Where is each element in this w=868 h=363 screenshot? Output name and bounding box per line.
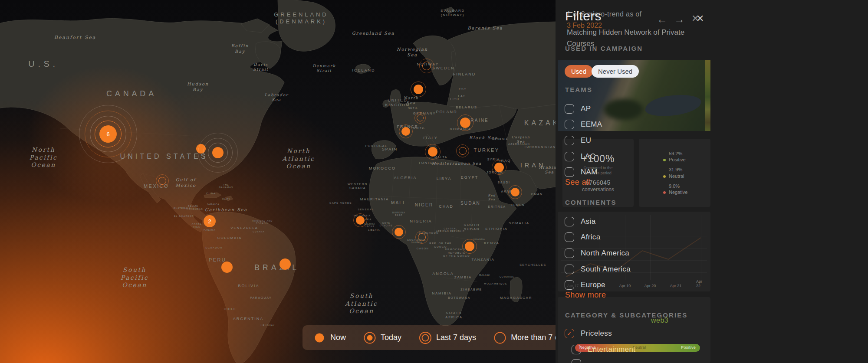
- marker-dot: [465, 242, 474, 251]
- prev-trend-arrow-icon[interactable]: ←: [657, 13, 667, 26]
- never-used-toggle-button[interactable]: Never Used: [592, 65, 639, 78]
- checkbox-label: Priceless: [581, 329, 612, 338]
- teams-see-all-link[interactable]: See all: [565, 178, 590, 187]
- marker-dot: [428, 147, 437, 157]
- chart-gridline: [650, 215, 651, 280]
- checkbox[interactable]: [565, 217, 574, 226]
- checkbox[interactable]: [565, 280, 574, 290]
- team-checkbox-eu[interactable]: EU: [565, 136, 591, 145]
- marker-dot: [494, 163, 504, 172]
- checkbox[interactable]: [565, 249, 574, 258]
- checkbox-label: EEMA: [581, 120, 602, 129]
- checkbox[interactable]: [565, 136, 574, 145]
- checkbox-label: LAC: [581, 152, 595, 161]
- chart-gridline: [701, 215, 701, 280]
- map-legend: NowTodayLast 7 daysMore than 7 days ago: [302, 325, 580, 350]
- marker-dot: [356, 216, 365, 225]
- legend-item-now: Now: [314, 332, 346, 343]
- chart-gridline: [561, 260, 707, 261]
- checkbox-label: Entertainment: [588, 345, 635, 354]
- checkbox[interactable]: [572, 359, 581, 363]
- checkbox-label: Asia: [581, 217, 595, 226]
- continent-checkbox-south-america[interactable]: South America: [565, 265, 631, 274]
- bar-positive-label: Positive: [681, 345, 696, 350]
- continents-show-more-link[interactable]: Show more: [565, 291, 606, 300]
- section-continents: CONTINENTS: [565, 199, 617, 206]
- right-panel: 1 of 2 micro-trend as of 3 Feb 2022 ← → …: [556, 0, 868, 363]
- legend-label: Now: [330, 333, 346, 342]
- volume-caption: conversations: [582, 186, 614, 193]
- legend-label: Today: [381, 333, 401, 342]
- continent-checkbox-africa[interactable]: Africa: [565, 232, 601, 242]
- filters-close-icon[interactable]: ✕: [696, 13, 704, 24]
- category-checkbox-entertainment[interactable]: Entertainment: [572, 345, 635, 354]
- team-checkbox-lac[interactable]: LAC: [565, 152, 595, 161]
- continent-checkbox-europe[interactable]: Europe: [565, 280, 605, 290]
- marker-dot: 6: [99, 125, 117, 143]
- continent-checkbox-north-america[interactable]: North America: [565, 249, 629, 258]
- chart-date-label: Apr 19: [619, 284, 631, 288]
- legend-item-today: Today: [364, 332, 401, 343]
- marker-dot: [212, 147, 224, 158]
- checkbox-label: NAM: [581, 168, 598, 177]
- checkbox[interactable]: [565, 120, 574, 129]
- marker-ring: [156, 174, 169, 187]
- checkbox-label: Africa: [581, 233, 601, 242]
- checkbox-checked[interactable]: ✓: [565, 329, 574, 338]
- checkbox[interactable]: [565, 104, 574, 114]
- next-trend-arrow-icon[interactable]: →: [674, 13, 685, 26]
- checkbox[interactable]: [565, 265, 574, 274]
- team-checkbox-nam[interactable]: NAM: [565, 167, 598, 177]
- week-marker-icon: [420, 332, 431, 343]
- section-used-in-campaign: USED IN CAMPAIGN: [565, 45, 643, 52]
- checkbox[interactable]: [565, 167, 574, 177]
- marker-dot: 2: [204, 215, 216, 227]
- marker-dot: [511, 188, 519, 196]
- checkbox[interactable]: [565, 152, 574, 161]
- marker-ring: [419, 59, 434, 73]
- section-teams: TEAMS: [565, 86, 592, 93]
- team-checkbox-ap[interactable]: AP: [565, 104, 591, 114]
- checkbox-label: EU: [581, 136, 591, 145]
- older-marker-icon: [494, 332, 506, 343]
- chart-gridline: [676, 215, 676, 280]
- checkbox[interactable]: [565, 232, 574, 242]
- used-toggle-button[interactable]: Used: [565, 65, 593, 78]
- section-categories: CATEGORY & SUBCATEGORIES: [565, 311, 687, 319]
- now-marker-icon: [314, 332, 325, 343]
- marker-dot: [279, 258, 291, 270]
- sentiment-value: 31.9% Neutral: [669, 167, 684, 179]
- marker-dot: [401, 127, 410, 136]
- sentiment-row-positive: 59.2% Positive: [663, 150, 710, 163]
- chart-date-label: Apr 22: [696, 279, 706, 288]
- marker-ring: [456, 144, 469, 157]
- legend-label: Last 7 days: [436, 333, 476, 342]
- checkbox-label: North America: [581, 249, 629, 258]
- sentiment-row-negative: 9.0% Negative: [663, 183, 710, 196]
- marker-dot: [221, 262, 233, 273]
- checkbox-label: Europe: [581, 281, 605, 289]
- sentiment-stat-card: 59.2% Positive31.9% Neutral9.0% Negative: [639, 139, 710, 207]
- team-checkbox-eema[interactable]: EEMA: [565, 120, 602, 129]
- continent-checkbox-asia[interactable]: Asia: [565, 217, 595, 226]
- checkbox-label: AP: [581, 105, 591, 113]
- chart-date-label: Apr 21: [670, 284, 682, 288]
- checkbox-label: South America: [581, 265, 631, 274]
- map-landmasses: [0, 0, 556, 363]
- marker-dot: [414, 85, 423, 94]
- sentiment-row-neutral: 31.9% Neutral: [663, 167, 710, 179]
- sentiment-value: 59.2% Positive: [669, 150, 686, 163]
- checkbox-row-clipped[interactable]: [572, 359, 581, 363]
- app: U.S.CANADAUNITED STATESGREENLAND (Denmar…: [0, 0, 868, 363]
- today-marker-icon: [364, 332, 375, 343]
- chart-date-label: Apr 20: [644, 284, 656, 288]
- category-checkbox-priceless[interactable]: ✓Priceless: [565, 329, 612, 338]
- marker-dot: [395, 228, 403, 236]
- marker-dot: [460, 118, 470, 128]
- checkbox[interactable]: [572, 345, 581, 354]
- sentiment-dot: [663, 175, 666, 178]
- marker-ring: [415, 231, 428, 244]
- sentiment-dot: [663, 191, 666, 194]
- legend-item-week: Last 7 days: [420, 332, 476, 343]
- sentiment-value: 9.0% Negative: [669, 183, 687, 196]
